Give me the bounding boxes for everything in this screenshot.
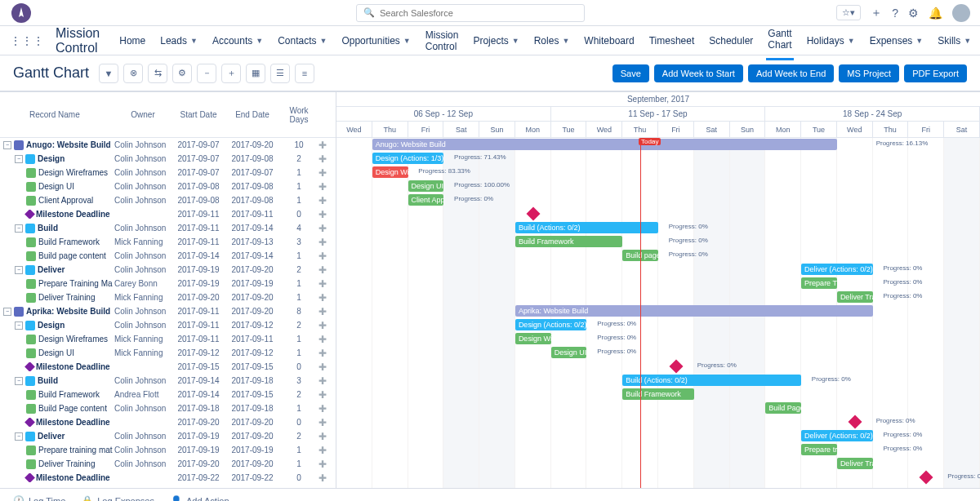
collapse-toggle[interactable]: − [15, 321, 23, 330]
add-row-icon[interactable]: ✚ [318, 264, 336, 276]
gantt-bar[interactable]: Client Approval [408, 194, 444, 206]
collapse-toggle[interactable]: − [3, 308, 11, 316]
milestone-diamond[interactable] [920, 471, 933, 485]
add-row-icon[interactable]: ✚ [318, 140, 336, 151]
record-row[interactable]: Milestone Deadline2017-09-152017-09-150✚ [0, 360, 336, 374]
record-row[interactable]: −BuildColin Johnson2017-09-112017-09-144… [0, 221, 336, 235]
add-row-icon[interactable]: ✚ [318, 348, 336, 359]
record-row[interactable]: Build page contentColin Johnson2017-09-1… [0, 249, 336, 263]
tab-roles[interactable]: Roles▼ [532, 28, 572, 54]
tab-skills[interactable]: Skills▼ [936, 28, 973, 54]
gantt-bar[interactable]: Design (Actions: 1/3) [372, 153, 444, 164]
gantt-bar[interactable]: Design Wireframes [515, 333, 551, 344]
gantt-bar[interactable]: Build (Actions: 0/2) [622, 375, 801, 386]
collapse-toggle[interactable]: − [15, 155, 23, 163]
help-icon[interactable]: ? [892, 7, 898, 20]
record-row[interactable]: Client ApprovalColin Johnson2017-09-0820… [0, 193, 336, 207]
record-row[interactable]: −Anugo: Website BuildColin Johnson2017-0… [0, 138, 336, 152]
add-row-icon[interactable]: ✚ [318, 181, 336, 193]
milestone-diamond[interactable] [669, 360, 683, 374]
add-row-icon[interactable]: ✚ [318, 209, 336, 220]
add-week-to-end-button[interactable]: Add Week to End [748, 64, 834, 82]
tab-holidays[interactable]: Holidays▼ [805, 28, 857, 54]
zoom-in-icon[interactable]: ＋ [221, 64, 241, 83]
save-button[interactable]: Save [612, 64, 649, 82]
add-row-icon[interactable]: ✚ [318, 292, 336, 304]
gantt-bar[interactable]: Design UI [551, 347, 587, 358]
add-icon[interactable]: ＋ [871, 6, 882, 20]
zoom-out-icon[interactable]: － [197, 64, 216, 83]
add-row-icon[interactable]: ✚ [318, 472, 336, 484]
log-expenses-button[interactable]: 🔒Log Expenses [82, 495, 154, 501]
gantt-bar[interactable]: Deliver Training [837, 291, 873, 303]
add-row-icon[interactable]: ✚ [318, 417, 336, 428]
tab-gantt-chart[interactable]: Gantt Chart [766, 20, 793, 60]
add-row-icon[interactable]: ✚ [318, 375, 336, 387]
add-row-icon[interactable]: ✚ [318, 334, 336, 345]
tab-opportunities[interactable]: Opportunities▼ [340, 28, 412, 54]
gantt-bar[interactable]: Prepare training [801, 444, 837, 455]
add-row-icon[interactable]: ✚ [318, 250, 336, 262]
record-row[interactable]: −DesignColin Johnson2017-09-112017-09-12… [0, 318, 336, 332]
list-view-icon[interactable]: ☰ [270, 64, 290, 83]
clear-filter-icon[interactable]: ⊗ [123, 64, 143, 83]
gantt-bar[interactable]: Deliver (Actions: 0/2) [801, 430, 873, 441]
collapse-toggle[interactable]: − [3, 141, 11, 149]
add-row-icon[interactable]: ✚ [318, 445, 336, 456]
record-row[interactable]: Deliver TrainingMick Fanning2017-09-2020… [0, 290, 336, 304]
tab-timesheet[interactable]: Timesheet [648, 28, 697, 54]
record-row[interactable]: Prepare Training MaCarey Bonn2017-09-192… [0, 277, 336, 290]
record-row[interactable]: −Aprika: Website BuildColin Johnson2017-… [0, 304, 336, 318]
gantt-bar[interactable]: Design (Actions: 0/2) [515, 319, 587, 330]
gantt-bar[interactable]: Design Wireframes [372, 166, 408, 178]
add-row-icon[interactable]: ✚ [318, 320, 336, 331]
tab-scheduler[interactable]: Scheduler [707, 28, 755, 54]
ms-project-button[interactable]: MS Project [839, 64, 899, 82]
indent-icon[interactable]: ≡ [295, 64, 314, 83]
search-input[interactable] [380, 8, 577, 18]
collapse-toggle[interactable]: − [15, 266, 23, 274]
tab-mission-control[interactable]: Mission Control [424, 22, 461, 60]
tab-leads[interactable]: Leads▼ [158, 28, 199, 54]
tab-home[interactable]: Home [118, 28, 147, 54]
tab-accounts[interactable]: Accounts▼ [211, 28, 265, 54]
tab-expenses[interactable]: Expenses▼ [868, 28, 925, 54]
add-row-icon[interactable]: ✚ [318, 459, 336, 470]
record-row[interactable]: Design WireframesColin Johnson2017-09-07… [0, 166, 336, 180]
favorite-icon[interactable]: ☆▾ [836, 5, 861, 20]
add-row-icon[interactable]: ✚ [318, 361, 336, 373]
record-row[interactable]: Design UIMick Fanning2017-09-122017-09-1… [0, 346, 336, 360]
gantt-bar[interactable]: Deliver Training [837, 458, 873, 469]
avatar[interactable] [952, 4, 970, 22]
add-row-icon[interactable]: ✚ [318, 237, 336, 248]
add-row-icon[interactable]: ✚ [318, 223, 336, 234]
tab-projects[interactable]: Projects▼ [471, 28, 520, 54]
collapse-toggle[interactable]: − [15, 224, 23, 233]
collapse-toggle[interactable]: − [15, 377, 23, 385]
settings-slider-icon[interactable]: ⇆ [148, 64, 167, 83]
add-row-icon[interactable]: ✚ [318, 403, 336, 415]
gantt-bar[interactable]: Build Framework [515, 236, 622, 247]
gantt-bar[interactable]: Prepare Training [801, 277, 837, 289]
notifications-icon[interactable]: 🔔 [929, 7, 942, 20]
gantt-bar[interactable]: Build Framework [622, 388, 694, 400]
setup-icon[interactable]: ⚙ [908, 7, 919, 20]
add-row-icon[interactable]: ✚ [318, 306, 336, 317]
pdf-export-button[interactable]: PDF Export [904, 64, 967, 82]
gantt-bar[interactable]: Build Page content [765, 402, 801, 414]
log-time-button[interactable]: 🕐Log Time [13, 495, 65, 501]
gantt-bar[interactable]: Aprika: Website Build [515, 305, 873, 317]
record-row[interactable]: Prepare training matColin Johnson2017-09… [0, 443, 336, 457]
record-row[interactable]: Design WireframesMick Fanning2017-09-112… [0, 332, 336, 346]
record-row[interactable]: Build FrameworkAndrea Flott2017-09-14201… [0, 388, 336, 401]
add-row-icon[interactable]: ✚ [318, 195, 336, 206]
record-row[interactable]: Design UIColin Johnson2017-09-082017-09-… [0, 180, 336, 193]
tab-whiteboard[interactable]: Whiteboard [582, 28, 635, 54]
milestone-diamond[interactable] [526, 207, 540, 221]
milestone-diamond[interactable] [848, 415, 862, 429]
filter-icon[interactable]: ▼ [99, 64, 118, 83]
gantt-bar[interactable]: Design UI [408, 180, 444, 192]
global-search[interactable]: 🔍 [356, 4, 585, 22]
record-row[interactable]: Milestone Deadline2017-09-112017-09-110✚ [0, 207, 336, 221]
add-row-icon[interactable]: ✚ [318, 153, 336, 165]
